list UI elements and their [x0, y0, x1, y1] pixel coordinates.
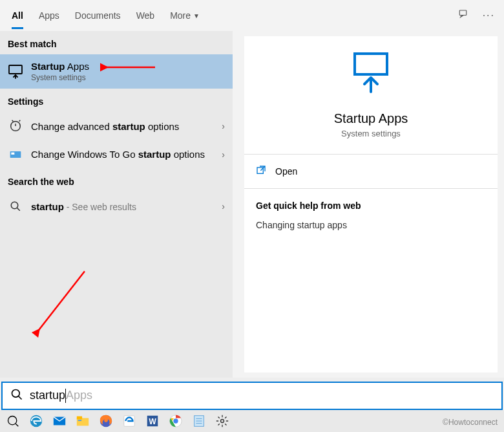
svg-rect-16 [78, 420, 82, 421]
svg-point-28 [221, 420, 224, 423]
svg-rect-6 [355, 54, 387, 74]
taskbar: W [0, 410, 504, 432]
tab-apps[interactable]: Apps [39, 3, 59, 28]
svg-rect-1 [9, 65, 22, 74]
svg-rect-4 [11, 153, 14, 155]
chevron-right-icon: › [222, 201, 225, 211]
result-subtitle: System settings [31, 73, 225, 82]
svg-rect-0 [459, 10, 467, 16]
tab-documents[interactable]: Documents [75, 3, 121, 28]
results-panel: Best match Startup Apps System settings … [0, 31, 233, 378]
svg-point-11 [8, 416, 17, 425]
chevron-right-icon: › [222, 121, 225, 131]
svg-point-5 [11, 202, 18, 209]
result-title: Startup Apps [31, 61, 225, 72]
preview-title: Startup Apps [244, 111, 498, 126]
tab-web[interactable]: Web [136, 3, 155, 28]
file-explorer-icon[interactable] [74, 412, 92, 430]
windows-togo-icon [8, 147, 23, 162]
svg-rect-15 [77, 416, 82, 420]
word-icon[interactable]: W [143, 412, 162, 430]
notepad-icon[interactable] [190, 412, 208, 430]
section-settings: Settings [0, 89, 233, 112]
chevron-down-icon: ▼ [193, 12, 200, 19]
tab-more-label: More [170, 10, 191, 21]
cortana-icon[interactable] [4, 412, 22, 430]
search-suggestion-ghost: Apps [66, 389, 92, 402]
result-web-startup[interactable]: startup - See web results › [0, 192, 233, 221]
edge-legacy-icon[interactable] [120, 412, 138, 430]
search-box[interactable]: startupApps [1, 382, 503, 410]
svg-text:W: W [149, 417, 156, 426]
tab-all[interactable]: All [12, 3, 23, 28]
chrome-icon[interactable] [167, 412, 185, 430]
result-title: startup - See web results [31, 201, 214, 212]
preview-subtitle: System settings [244, 129, 498, 138]
svg-point-23 [173, 418, 178, 423]
chevron-right-icon: › [222, 149, 225, 160]
search-typed-text: startup [30, 389, 65, 402]
startup-apps-icon [8, 64, 23, 80]
settings-icon[interactable] [213, 412, 231, 430]
tab-more[interactable]: More ▼ [170, 3, 200, 28]
more-options-icon[interactable]: ··· [483, 10, 495, 21]
open-icon [256, 165, 266, 178]
result-title: Change advanced startup options [31, 121, 214, 132]
preview-panel: Startup Apps System settings Open Get qu… [233, 31, 504, 378]
preview-icon [244, 36, 498, 98]
preview-open-action[interactable]: Open [244, 155, 498, 188]
watermark: ©Howtoconnect [443, 418, 498, 427]
edge-icon[interactable] [27, 412, 45, 430]
search-icon [10, 388, 23, 404]
preview-quick-help-header: Get quick help from web [244, 189, 498, 217]
feedback-icon[interactable] [458, 8, 470, 23]
firefox-icon[interactable] [97, 412, 115, 430]
preview-link-changing-startup[interactable]: Changing startup apps [244, 217, 498, 233]
mail-icon[interactable] [50, 412, 68, 430]
search-icon [8, 199, 23, 214]
result-advanced-startup[interactable]: Change advanced startup options › [0, 112, 233, 140]
svg-point-10 [12, 390, 20, 398]
result-windows-togo[interactable]: Change Windows To Go startup options › [0, 140, 233, 169]
section-search-web: Search the web [0, 169, 233, 192]
preview-open-label: Open [275, 166, 297, 177]
result-title: Change Windows To Go startup options [31, 148, 214, 161]
section-best-match: Best match [0, 31, 233, 54]
tabs-bar: All Apps Documents Web More ▼ ··· [0, 0, 504, 31]
result-startup-apps[interactable]: Startup Apps System settings [0, 54, 233, 89]
power-restart-icon [8, 118, 23, 134]
